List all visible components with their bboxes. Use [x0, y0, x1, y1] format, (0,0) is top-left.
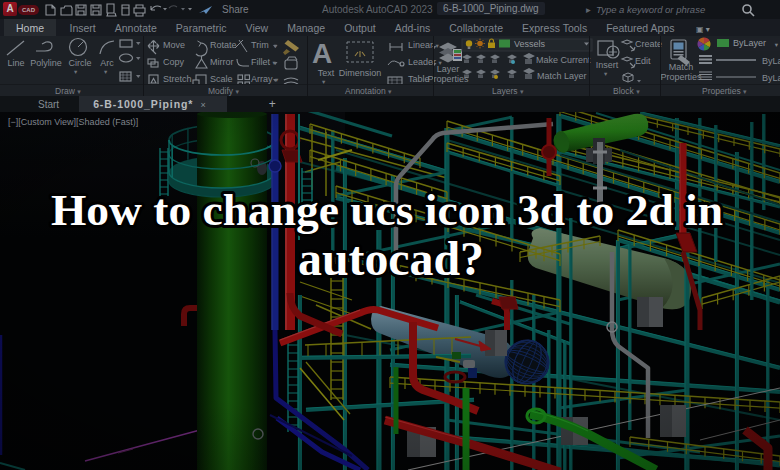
svg-text:autocad?: autocad? [298, 232, 484, 285]
svg-text:How to change ucs icon 3d to 2: How to change ucs icon 3d to 2d in [51, 185, 723, 235]
